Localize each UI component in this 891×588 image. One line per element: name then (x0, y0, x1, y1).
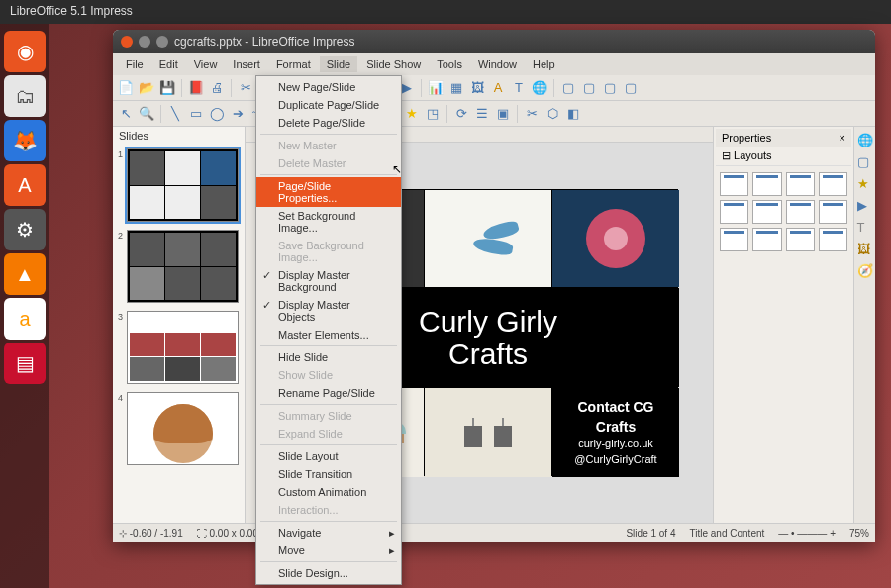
fontwork-icon[interactable]: A (489, 79, 507, 97)
properties-tab-icon[interactable]: 🌐 (857, 133, 873, 148)
slide-thumb-4[interactable]: 4 (127, 392, 239, 465)
open-icon[interactable]: 📂 (138, 79, 155, 97)
menu-window[interactable]: Window (471, 56, 524, 72)
navigator-tab-icon[interactable]: 🧭 (857, 263, 873, 279)
slide-thumb-2[interactable]: 2 (127, 230, 239, 303)
menu-insert[interactable]: Insert (226, 56, 267, 72)
menu-item[interactable]: Rename Page/Slide (256, 384, 401, 402)
menu-item[interactable]: Duplicate Page/Slide (256, 96, 401, 114)
line-icon[interactable]: ╲ (166, 105, 184, 123)
launcher-files-icon[interactable]: 🗂 (4, 75, 46, 117)
layout-option[interactable] (786, 200, 815, 224)
title-line-2: Crafts (448, 338, 528, 370)
animation-tab-icon[interactable]: ★ (857, 176, 873, 192)
menu-edit[interactable]: Edit (152, 56, 185, 72)
arrange-icon[interactable]: ▣ (494, 105, 512, 123)
launcher-impress-icon[interactable]: ▤ (4, 343, 46, 384)
layout-option[interactable] (720, 172, 748, 196)
menu-item[interactable]: Page/Slide Properties... (256, 177, 401, 207)
menu-item[interactable]: Display Master Objects (256, 296, 401, 326)
menu-item[interactable]: Navigate (256, 524, 401, 541)
3d-icon[interactable]: ◳ (424, 105, 442, 123)
launcher-settings-icon[interactable]: ⚙ (4, 209, 46, 250)
layout-option[interactable] (752, 200, 781, 224)
menu-item[interactable]: Hide Slide (256, 348, 401, 366)
hyperlink-icon[interactable]: 🌐 (531, 79, 548, 97)
window-maximize-icon[interactable] (156, 36, 168, 48)
menu-item[interactable]: Display Master Background (256, 266, 401, 296)
pointer-icon[interactable]: ↖ (117, 105, 135, 123)
gallery-tab-icon[interactable]: 🖼 (857, 242, 873, 257)
slide-contact-text: Contact CG Crafts curly-girly.co.uk @Cur… (552, 388, 679, 477)
layout-option[interactable] (720, 200, 748, 224)
menu-item[interactable]: Delete Page/Slide (256, 114, 401, 132)
menu-slideshow[interactable]: Slide Show (359, 56, 428, 72)
align-icon[interactable]: ☰ (473, 105, 491, 123)
zoom-percent[interactable]: 75% (849, 528, 869, 539)
launcher-amazon-icon[interactable]: a (4, 298, 46, 340)
window-titlebar[interactable]: cgcrafts.pptx - LibreOffice Impress (113, 30, 875, 53)
crop-icon[interactable]: ✂ (523, 105, 541, 123)
arrow-icon[interactable]: ➔ (229, 105, 247, 123)
new-slide-icon[interactable]: ▢ (559, 79, 577, 97)
save-icon[interactable]: 💾 (158, 79, 176, 97)
star-icon[interactable]: ★ (403, 105, 421, 123)
print-icon[interactable]: 🖨 (208, 79, 226, 97)
ellipse-icon[interactable]: ◯ (208, 105, 226, 123)
slide-design-icon[interactable]: ▢ (601, 79, 619, 97)
layout-option[interactable] (819, 172, 847, 196)
extrusion-icon[interactable]: ◧ (564, 105, 582, 123)
new-doc-icon[interactable]: 📄 (117, 79, 135, 97)
master-tab-icon[interactable]: ▢ (857, 154, 873, 170)
launcher-dash-icon[interactable]: ◉ (4, 31, 46, 72)
status-slide-number[interactable]: Slide 1 of 4 (626, 528, 675, 539)
menu-item[interactable]: New Page/Slide (256, 78, 401, 96)
chart-icon[interactable]: 📊 (427, 79, 445, 97)
layout-icon[interactable]: ▢ (622, 79, 640, 97)
menu-item[interactable]: Set Background Image... (256, 207, 401, 237)
menu-format[interactable]: Format (269, 56, 318, 72)
layout-option[interactable] (819, 228, 847, 251)
layout-option[interactable] (786, 228, 815, 251)
layout-option[interactable] (752, 228, 781, 251)
slide-thumb-1[interactable]: 1 (127, 148, 239, 222)
layouts-section-header[interactable]: ⊟ Layouts (716, 147, 851, 166)
menu-item[interactable]: Slide Design... (256, 564, 401, 582)
close-icon[interactable]: × (840, 132, 845, 144)
cut-icon[interactable]: ✂ (237, 79, 254, 97)
textbox-icon[interactable]: T (510, 79, 528, 97)
launcher-firefox-icon[interactable]: 🦊 (4, 120, 46, 161)
duplicate-slide-icon[interactable]: ▢ (580, 79, 598, 97)
menu-item[interactable]: Slide Layout (256, 447, 401, 465)
pdf-export-icon[interactable]: 📕 (187, 79, 205, 97)
layout-option[interactable] (786, 172, 815, 196)
menu-item[interactable]: Move (256, 541, 401, 559)
rotate-icon[interactable]: ⟳ (452, 105, 470, 123)
menu-file[interactable]: File (119, 56, 150, 72)
layout-option[interactable] (720, 228, 748, 251)
layout-option[interactable] (819, 200, 847, 224)
menu-item[interactable]: Custom Animation (256, 483, 401, 501)
slide-thumb-3[interactable]: 3 (127, 311, 239, 384)
menu-help[interactable]: Help (526, 56, 562, 72)
window-minimize-icon[interactable] (139, 36, 150, 48)
launcher-vlc-icon[interactable]: ▲ (4, 253, 46, 295)
layout-option[interactable] (752, 172, 781, 196)
rect-icon[interactable]: ▭ (187, 105, 205, 123)
menu-item[interactable]: Slide Transition (256, 465, 401, 483)
zoom-slider[interactable]: — • ——— + (778, 528, 836, 539)
styles-tab-icon[interactable]: T (857, 220, 873, 236)
menu-tools[interactable]: Tools (430, 56, 469, 72)
image-icon[interactable]: 🖼 (468, 79, 486, 97)
table-icon[interactable]: ▦ (447, 79, 465, 97)
window-close-icon[interactable] (121, 36, 133, 48)
zoom-icon[interactable]: 🔍 (138, 105, 155, 123)
launcher-software-icon[interactable]: A (4, 164, 46, 206)
menu-view[interactable]: View (187, 56, 225, 72)
ubuntu-top-bar: LibreOffice 5.1 Impress (0, 0, 891, 24)
menu-item: Interaction... (256, 501, 401, 519)
filter-icon[interactable]: ⬡ (544, 105, 561, 123)
transition-tab-icon[interactable]: ▶ (857, 198, 873, 214)
menu-slide[interactable]: Slide (320, 56, 357, 72)
menu-item[interactable]: Master Elements... (256, 326, 401, 343)
